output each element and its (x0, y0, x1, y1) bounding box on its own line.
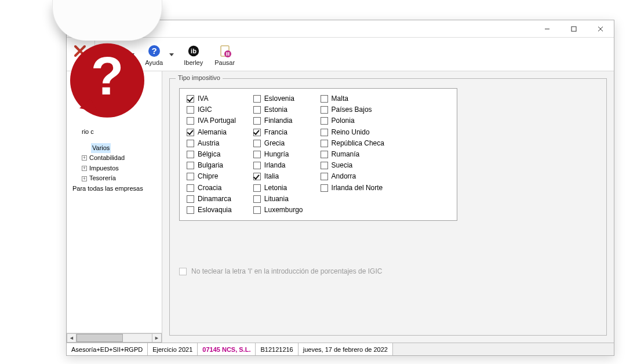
tree-item-contabilidad[interactable]: + Contabilidad (68, 153, 161, 163)
checkbox[interactable] (187, 206, 194, 214)
expand-icon[interactable]: + (82, 155, 87, 161)
cancel-icon (72, 43, 88, 59)
checkbox[interactable] (187, 195, 194, 203)
tax-type-item[interactable]: Finlandia (253, 115, 303, 126)
checkbox[interactable] (321, 95, 328, 103)
status-empresa-label: 07145 NCS, S.L. (202, 346, 250, 353)
scrollbar-right-button[interactable]: ► (152, 333, 162, 343)
iberley-icon: ib (186, 43, 201, 59)
tax-type-item[interactable]: Luxemburgo (253, 205, 303, 216)
tax-type-item[interactable]: Eslovenia (253, 93, 303, 104)
checkbox[interactable] (321, 173, 328, 180)
tax-type-item[interactable]: IVA Portugal (187, 115, 236, 126)
checkbox[interactable] (253, 162, 261, 169)
tax-type-item[interactable]: Andorra (321, 171, 384, 182)
scrollbar-track[interactable] (77, 333, 152, 343)
tax-type-item[interactable]: Letonia (253, 183, 303, 194)
tax-type-item[interactable]: Bulgaria (187, 160, 236, 171)
tax-type-item[interactable]: Malta (321, 93, 384, 104)
close-button[interactable] (587, 20, 614, 37)
checkbox[interactable] (253, 129, 261, 136)
tax-type-item[interactable]: Croacia (187, 183, 236, 194)
tree-item-impuestos[interactable]: + Impuestos (68, 163, 161, 174)
tax-type-item[interactable]: Alemania (187, 127, 236, 138)
checkbox[interactable] (187, 162, 194, 169)
tax-type-item[interactable]: Grecia (253, 138, 303, 149)
tree[interactable]: rio c Varios + Contabilidad + Impuestos … (67, 71, 162, 333)
tax-type-item[interactable]: Estonia (253, 104, 303, 115)
checkbox[interactable] (253, 173, 261, 180)
checkbox[interactable] (321, 106, 328, 114)
checkbox[interactable] (321, 140, 328, 147)
checkbox[interactable] (253, 195, 261, 203)
tax-type-item[interactable]: Italia (253, 171, 303, 182)
checkbox[interactable] (321, 184, 328, 192)
tree-item-para-todas[interactable]: Para todas las empresas (68, 184, 161, 194)
checkbox[interactable] (187, 106, 194, 114)
status-cif-label: B12121216 (260, 346, 293, 353)
tax-type-item[interactable]: IVA (187, 93, 236, 104)
sidebar-scrollbar[interactable]: ◄ ► (67, 333, 162, 343)
tax-type-item[interactable]: Chipre (187, 171, 236, 182)
checkbox[interactable] (321, 129, 328, 136)
minimize-button[interactable] (534, 20, 561, 37)
tax-type-item[interactable]: Bélgica (187, 149, 236, 160)
ayuda-button[interactable]: ? Ayuda (140, 39, 168, 70)
tree-item-label: Tesorería (89, 173, 116, 184)
tax-type-item[interactable]: Dinamarca (187, 194, 236, 205)
tree-item-varios[interactable]: Varios (68, 143, 161, 154)
checkbox[interactable] (253, 206, 261, 214)
cancelar-button[interactable]: elar (69, 39, 91, 70)
tree-item-rio[interactable]: rio c (68, 127, 161, 137)
tax-type-item[interactable]: Rumanía (321, 149, 384, 160)
checkbox[interactable] (253, 184, 261, 192)
checkbox[interactable] (187, 129, 194, 136)
tree-item-tesoreria[interactable]: + Tesorería (68, 173, 161, 184)
checkbox[interactable] (321, 117, 328, 125)
expand-icon[interactable]: + (82, 176, 87, 181)
checkbox[interactable] (253, 95, 261, 103)
tax-type-item[interactable]: Países Bajos (321, 104, 384, 115)
tax-type-item[interactable]: Austria (187, 138, 236, 149)
tree-item-label: Para todas las empresas (72, 184, 143, 194)
tax-type-item[interactable]: Lituania (253, 194, 303, 205)
checkbox[interactable] (253, 106, 261, 114)
checkbox[interactable] (187, 140, 194, 147)
checkbox[interactable] (187, 173, 194, 180)
imprimir-dropdown[interactable] (130, 39, 137, 70)
svg-marker-12 (169, 53, 174, 56)
scrollbar-thumb[interactable] (77, 334, 123, 342)
svg-rect-7 (111, 46, 117, 50)
checkbox[interactable] (187, 184, 194, 192)
tax-type-label: IGIC (198, 104, 212, 115)
checkbox[interactable] (321, 162, 328, 169)
tax-type-item[interactable]: Reino Unido (321, 127, 384, 138)
checkbox[interactable] (253, 117, 261, 125)
app-window: CS, S.L. , Ejercicio 2021 elar (66, 20, 614, 356)
imprimir-button[interactable]: Imprimir (99, 39, 129, 70)
tax-type-item[interactable]: Irlanda (253, 160, 303, 171)
checkbox[interactable] (187, 95, 194, 103)
cancelar-label: elar (75, 59, 85, 66)
tax-type-item[interactable]: Francia (253, 127, 303, 138)
checkbox[interactable] (253, 151, 261, 158)
iberley-button[interactable]: ib Iberley (180, 39, 208, 70)
checkbox-disabled (179, 268, 187, 275)
ayuda-dropdown[interactable] (169, 39, 176, 70)
checkbox[interactable] (187, 117, 194, 125)
scrollbar-left-button[interactable]: ◄ (67, 333, 77, 343)
window-buttons (534, 20, 614, 37)
tax-type-item[interactable]: IGIC (187, 104, 236, 115)
tax-type-item[interactable]: República Checa (321, 138, 384, 149)
tax-type-item[interactable]: Polonia (321, 115, 384, 126)
checkbox[interactable] (321, 151, 328, 158)
checkbox[interactable] (187, 151, 194, 158)
expand-icon[interactable]: + (82, 166, 87, 171)
checkbox[interactable] (253, 140, 261, 147)
pausar-button[interactable]: Pausar (211, 39, 239, 70)
maximize-button[interactable] (561, 20, 587, 37)
tax-type-item[interactable]: Irlanda del Norte (321, 183, 384, 194)
tax-type-item[interactable]: Suecia (321, 160, 384, 171)
tax-type-item[interactable]: Eslovaquia (187, 205, 236, 216)
tax-type-item[interactable]: Hungría (253, 149, 303, 160)
